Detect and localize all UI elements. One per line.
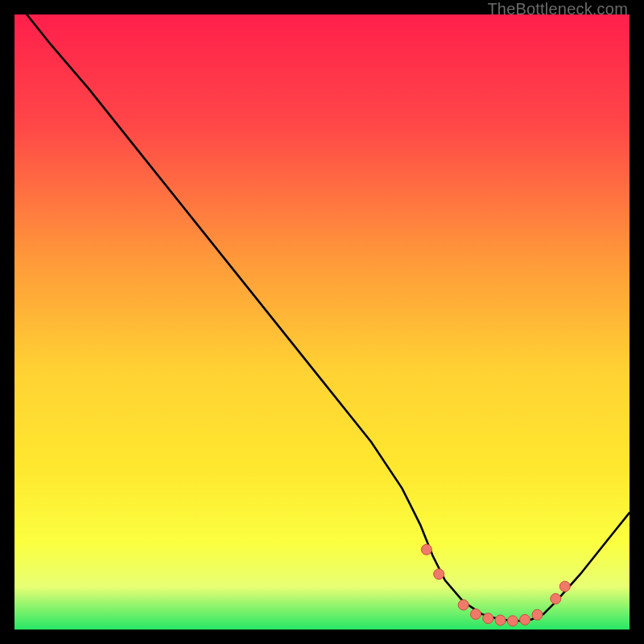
gradient-bg <box>14 14 630 630</box>
data-point <box>559 581 570 592</box>
data-point <box>434 569 444 580</box>
chart-plot <box>14 14 630 630</box>
data-point <box>421 544 431 555</box>
data-point <box>458 600 469 610</box>
data-point <box>471 609 481 619</box>
chart-frame: TheBottleneck.com <box>0 0 644 644</box>
data-point <box>507 616 518 626</box>
data-point <box>551 593 561 604</box>
data-point <box>483 613 493 624</box>
data-point <box>520 614 530 625</box>
data-point <box>495 615 506 625</box>
watermark: TheBottleneck.com <box>487 0 628 19</box>
data-point <box>532 609 543 620</box>
